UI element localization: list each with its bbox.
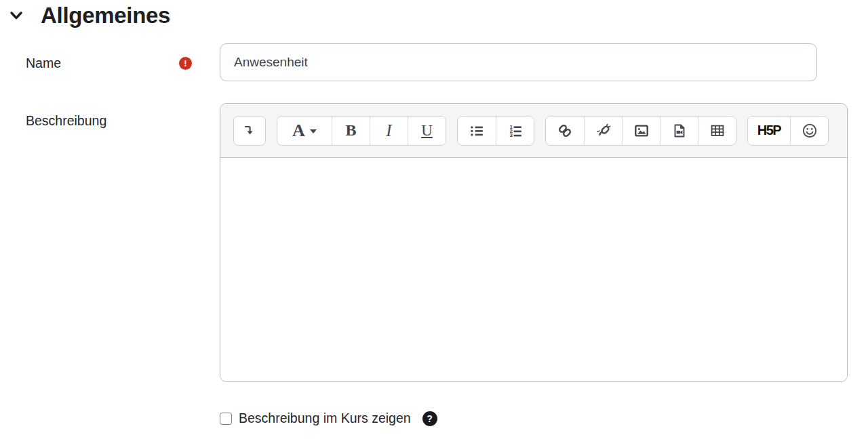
media-button[interactable] (660, 117, 698, 145)
ordered-list-icon: 1 2 3 (507, 123, 524, 139)
bold-icon: B (345, 121, 356, 140)
toolbar-group-collapse (233, 116, 266, 146)
h5p-button[interactable]: H5P (748, 117, 790, 145)
italic-button[interactable]: I (370, 117, 408, 145)
collapse-arrow-icon (241, 123, 258, 139)
unordered-list-icon (469, 123, 485, 139)
form-section-allgemeines: Allgemeines Name ! Beschreibung (0, 0, 868, 439)
link-icon (557, 123, 573, 139)
unordered-list-button[interactable] (458, 117, 496, 145)
unlink-button[interactable] (584, 117, 622, 145)
section-header-toggle[interactable]: Allgemeines (0, 3, 170, 28)
description-editor: A B I U (220, 103, 848, 382)
collapse-toolbar-button[interactable] (234, 117, 265, 145)
required-icon: ! (179, 57, 192, 70)
show-description-row: Beschreibung im Kurs zeigen ? (220, 411, 437, 426)
caret-down-icon (310, 129, 317, 133)
required-mark: ! (184, 58, 186, 68)
image-button[interactable] (622, 117, 660, 145)
ordered-list-button[interactable]: 1 2 3 (496, 117, 534, 145)
show-description-label[interactable]: Beschreibung im Kurs zeigen (239, 411, 411, 426)
underline-button[interactable]: U (408, 117, 446, 145)
editor-toolbar: A B I U (220, 104, 847, 158)
image-icon (633, 123, 650, 139)
underline-icon: U (421, 122, 433, 140)
help-icon[interactable]: ? (422, 411, 437, 426)
toolbar-group-extras: H5P (747, 116, 829, 146)
bold-button[interactable]: B (332, 117, 370, 145)
show-description-checkbox[interactable] (220, 413, 232, 425)
description-label: Beschreibung (26, 113, 106, 129)
svg-text:3: 3 (509, 132, 513, 138)
toolbar-group-lists: 1 2 3 (457, 116, 534, 146)
name-label: Name (26, 56, 61, 71)
table-icon (709, 123, 726, 139)
chevron-down-icon[interactable] (0, 6, 33, 25)
help-mark: ? (427, 413, 433, 424)
toolbar-group-media (545, 116, 736, 146)
link-button[interactable] (546, 117, 584, 145)
font-style-letter: A (292, 121, 305, 141)
section-title[interactable]: Allgemeines (41, 3, 170, 28)
unlink-icon (595, 123, 612, 139)
toolbar-group-text: A B I U (277, 116, 446, 146)
h5p-icon: H5P (757, 123, 781, 138)
smiley-icon (801, 122, 818, 140)
name-input[interactable] (220, 43, 817, 81)
emoticon-button[interactable] (790, 117, 828, 145)
media-icon (671, 123, 688, 139)
table-button[interactable] (698, 117, 736, 145)
italic-icon: I (386, 121, 391, 140)
font-style-button[interactable]: A (277, 117, 332, 145)
editor-content[interactable] (220, 158, 847, 382)
